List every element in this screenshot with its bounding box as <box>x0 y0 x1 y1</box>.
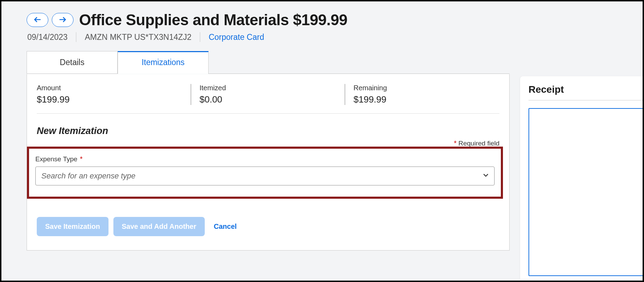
summary-itemized: Itemized $0.00 <box>191 84 345 105</box>
summary-remaining: Remaining $199.99 <box>345 84 401 105</box>
expense-type-label: Expense Type * <box>35 155 495 163</box>
summary-remaining-label: Remaining <box>354 84 387 92</box>
divider <box>76 32 76 42</box>
expense-type-highlight: Expense Type * <box>27 147 503 199</box>
tab-details[interactable]: Details <box>27 51 118 74</box>
receipt-panel: Receipt <box>520 76 644 279</box>
next-button[interactable] <box>52 13 74 27</box>
save-itemization-button[interactable]: Save Itemization <box>37 217 108 236</box>
tab-itemizations[interactable]: Itemizations <box>118 51 209 74</box>
prev-button[interactable] <box>27 13 48 27</box>
divider <box>200 32 200 42</box>
tabs: Details Itemizations <box>27 51 510 74</box>
summary-itemized-label: Itemized <box>200 84 331 92</box>
expense-type-combo[interactable] <box>35 167 495 185</box>
required-legend-text: Required field <box>458 140 499 147</box>
tab-content: Amount $199.99 Itemized $0.00 Remaining … <box>27 74 510 251</box>
expense-merchant: AMZN MKTP US*TX3N14ZJ2 <box>85 33 191 42</box>
summary-amount-label: Amount <box>37 84 177 92</box>
required-star-icon: * <box>454 139 457 147</box>
summary-remaining-value: $199.99 <box>354 94 387 105</box>
payment-method-link[interactable]: Corporate Card <box>209 33 264 42</box>
tab-filler <box>209 51 510 74</box>
nav-buttons <box>27 13 74 27</box>
summary-itemized-value: $0.00 <box>200 94 331 105</box>
page-title: Office Supplies and Materials $199.99 <box>79 11 348 29</box>
summary-amount-value: $199.99 <box>37 94 177 105</box>
receipt-title: Receipt <box>528 84 644 100</box>
action-row: Save Itemization Save and Add Another Ca… <box>37 217 499 236</box>
save-add-another-button[interactable]: Save and Add Another <box>113 217 205 236</box>
expense-type-label-text: Expense Type <box>35 155 77 163</box>
section-heading: New Itemization <box>37 126 499 136</box>
required-legend: * Required field <box>37 139 499 147</box>
summary-row: Amount $199.99 Itemized $0.00 Remaining … <box>37 74 499 114</box>
expense-type-input[interactable] <box>35 167 495 185</box>
summary-amount: Amount $199.99 <box>37 84 191 105</box>
arrow-left-icon <box>33 15 42 25</box>
required-star-icon: * <box>80 155 83 163</box>
cancel-button[interactable]: Cancel <box>210 217 245 236</box>
expense-meta: 09/14/2023 AMZN MKTP US*TX3N14ZJ2 Corpor… <box>27 32 644 42</box>
expense-date: 09/14/2023 <box>27 33 68 42</box>
receipt-dropzone[interactable] <box>528 108 644 276</box>
arrow-right-icon <box>58 15 67 25</box>
